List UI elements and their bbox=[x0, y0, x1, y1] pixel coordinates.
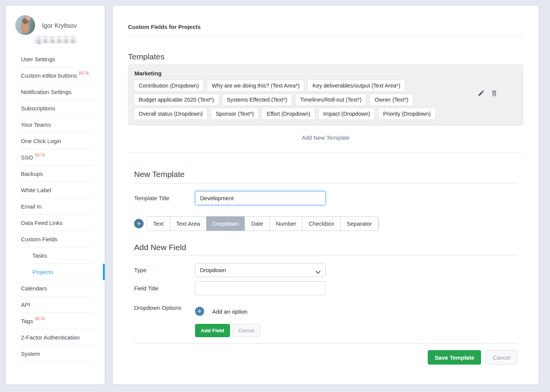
add-option-plus-icon: + bbox=[195, 307, 204, 316]
sidebar-item[interactable]: Notification Settings bbox=[21, 84, 94, 100]
add-new-template-link[interactable]: Add New Template bbox=[128, 134, 523, 141]
sidebar-item-label: SSO bbox=[21, 154, 33, 161]
sidebar-item[interactable]: Data Feed Links bbox=[21, 215, 94, 231]
divider bbox=[134, 183, 517, 183]
main-panel: Custom Fields for Projects Templates Mar… bbox=[113, 6, 539, 384]
divider bbox=[134, 255, 517, 255]
settings-sidebar: ✻ Igor Kryltsov User Settings Custom edi… bbox=[6, 6, 105, 384]
sidebar-item[interactable]: Backups bbox=[21, 166, 94, 182]
template-field-chip: Why are we doing this? (Text Area*) bbox=[207, 80, 305, 92]
add-field-cancel-button[interactable]: Cancel bbox=[233, 324, 260, 337]
template-field-chip: Sponsor (Text*) bbox=[211, 108, 259, 120]
sidebar-item-label: Calendars bbox=[21, 285, 47, 292]
template-field-chip: Budget applicable 2020 (Text*) bbox=[134, 94, 219, 106]
sidebar-item[interactable]: API bbox=[21, 296, 94, 313]
sidebar-item[interactable]: Projects bbox=[32, 264, 94, 280]
field-title-label: Field Title bbox=[134, 285, 195, 292]
type-label: Type bbox=[134, 267, 195, 273]
new-template-heading: New Template bbox=[134, 170, 517, 179]
field-type-tab[interactable]: Number bbox=[270, 217, 302, 231]
template-title-label: Template Title bbox=[134, 195, 195, 201]
beta-badge: BETA bbox=[35, 153, 45, 157]
sidebar-item[interactable]: System bbox=[21, 346, 94, 362]
save-template-button[interactable]: Save Template bbox=[428, 350, 481, 365]
sidebar-item-label: Tags bbox=[21, 318, 33, 324]
sidebar-item[interactable]: Tasks bbox=[32, 247, 94, 264]
field-type-tab-label: Separator bbox=[347, 220, 372, 227]
sidebar-item[interactable]: Calendars bbox=[21, 280, 94, 296]
sidebar-item-label: Backups bbox=[21, 171, 43, 177]
template-field-chip: Owner (Text*) bbox=[369, 94, 413, 106]
user-email-redacted bbox=[34, 36, 77, 43]
sidebar-item[interactable]: Custom editor buttons BETA bbox=[21, 67, 94, 84]
add-field-button[interactable]: Add Field bbox=[195, 324, 230, 337]
field-type-tab[interactable]: Separator bbox=[341, 217, 378, 231]
field-type-tab[interactable]: Text Area bbox=[170, 217, 207, 231]
avatar: ✻ bbox=[15, 15, 35, 35]
sidebar-item-label: User Settings bbox=[21, 56, 55, 62]
type-select-value: Dropdown bbox=[200, 267, 226, 273]
sidebar-item-label: Notification Settings bbox=[21, 89, 72, 95]
template-field-chip: Timelines/Roll-out (Text*) bbox=[295, 94, 366, 106]
add-option-button[interactable]: + Add an option bbox=[195, 307, 248, 316]
sidebar-item[interactable]: Email In bbox=[21, 198, 94, 215]
sidebar-item[interactable]: 2-Factor Authentication bbox=[21, 329, 94, 346]
sidebar-nav: User Settings Custom editor buttons BETA… bbox=[6, 51, 105, 362]
template-fields: Contribution (Dropdown) Why are we doing… bbox=[134, 80, 470, 120]
sidebar-item[interactable]: White Label bbox=[21, 182, 94, 198]
field-title-input[interactable] bbox=[195, 281, 326, 295]
template-field-chip: Priority (Dropdown) bbox=[378, 108, 436, 120]
sidebar-item-label: One Click Login bbox=[21, 138, 61, 144]
beta-badge: BETA bbox=[35, 317, 45, 321]
field-type-tabs: Text Text Area Dropdown Date bbox=[147, 216, 379, 231]
template-title-input[interactable] bbox=[195, 191, 326, 205]
user-block: ✻ Igor Kryltsov bbox=[6, 6, 105, 51]
template-field-chip: Contribution (Dropdown) bbox=[134, 80, 204, 92]
sidebar-item[interactable]: Tags BETA bbox=[21, 313, 94, 329]
field-type-tab[interactable]: Checkbox bbox=[302, 217, 341, 231]
sidebar-item-label: Custom editor buttons bbox=[21, 72, 77, 79]
template-card-marketing: Marketing Contribution (Dropdown) Why ar… bbox=[128, 64, 523, 126]
divider bbox=[134, 343, 517, 344]
cancel-button[interactable]: Cancel bbox=[486, 350, 517, 365]
divider bbox=[128, 35, 523, 35]
sidebar-item-label: Tasks bbox=[32, 252, 47, 259]
field-type-tab-label: Date bbox=[251, 220, 263, 227]
sidebar-item[interactable]: User Settings bbox=[21, 51, 94, 67]
add-option-label: Add an option bbox=[212, 308, 248, 315]
sidebar-item-label: Custom Fields bbox=[21, 236, 58, 242]
add-new-field-heading: Add New Field bbox=[134, 243, 517, 252]
sidebar-item-label: Email In bbox=[21, 203, 42, 210]
type-select[interactable]: Dropdown bbox=[195, 263, 326, 277]
user-name: Igor Kryltsov bbox=[42, 22, 77, 29]
sidebar-item-label: Data Feed Links bbox=[21, 220, 62, 226]
edit-template-icon[interactable] bbox=[478, 89, 485, 97]
sidebar-item-label: Your Teams bbox=[21, 121, 51, 128]
sidebar-item[interactable]: One Click Login bbox=[21, 133, 94, 149]
add-field-plus-icon[interactable]: + bbox=[134, 219, 144, 228]
template-field-chip: Effort (Dropdown) bbox=[262, 108, 315, 120]
template-name: Marketing bbox=[134, 70, 518, 76]
field-type-tab-label: Text Area bbox=[176, 220, 200, 227]
chevron-down-icon bbox=[315, 269, 321, 275]
sidebar-item-label: White Label bbox=[21, 187, 51, 193]
field-type-tab[interactable]: Text bbox=[147, 217, 170, 231]
template-field-chip: Systems Effected (Text*) bbox=[222, 94, 292, 106]
sidebar-item[interactable]: Custom Fields bbox=[21, 231, 94, 247]
sidebar-item[interactable]: Subscriptions bbox=[21, 100, 94, 116]
templates-heading: Templates bbox=[128, 52, 523, 61]
field-type-tab-label: Dropdown bbox=[213, 220, 238, 227]
sidebar-item-label: 2-Factor Authentication bbox=[21, 334, 80, 341]
template-field-chip: Key deliverables/output (Text Area*) bbox=[307, 80, 405, 92]
template-field-chip: Overall status (Dropdown) bbox=[134, 108, 208, 120]
delete-template-icon[interactable] bbox=[491, 89, 498, 97]
field-type-tab[interactable]: Date bbox=[245, 217, 270, 231]
field-type-tab-label: Number bbox=[276, 220, 296, 227]
sidebar-item-label: API bbox=[21, 301, 30, 308]
sidebar-item-label: System bbox=[21, 351, 40, 357]
sidebar-item[interactable]: Your Teams bbox=[21, 116, 94, 133]
dropdown-options-label: Dropdown Options bbox=[134, 304, 195, 311]
field-type-tab[interactable]: Dropdown bbox=[206, 217, 245, 231]
divider bbox=[128, 153, 523, 153]
sidebar-item[interactable]: SSO BETA bbox=[21, 149, 94, 166]
